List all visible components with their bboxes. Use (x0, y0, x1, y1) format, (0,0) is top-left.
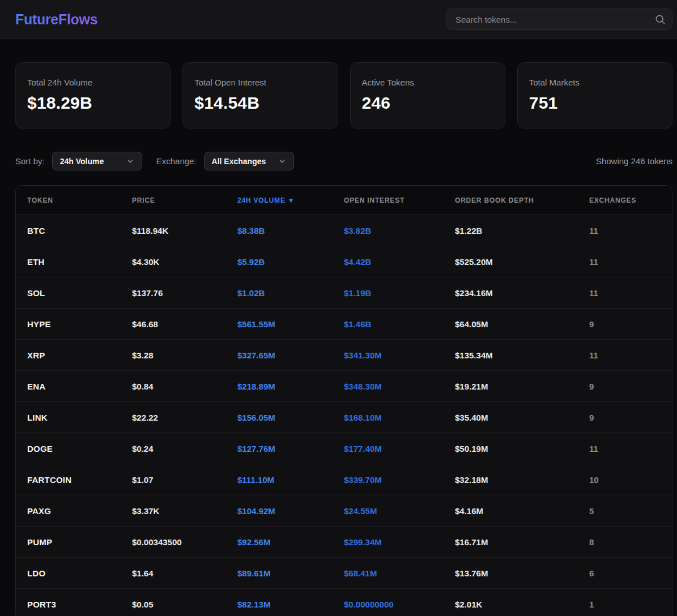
table-row-doge[interactable]: DOGE$0.24$127.76M$177.40M$50.19M11 (16, 433, 672, 464)
volume-cell: $327.65M (226, 350, 333, 360)
volume-cell: $111.10M (226, 475, 333, 485)
column-header-24h-volume[interactable]: 24H VOLUME ▼ (226, 196, 333, 204)
stat-card-total-markets: Total Markets 751 (517, 62, 672, 129)
volume-cell: $8.38B (226, 226, 333, 236)
exchanges-cell: 11 (578, 288, 672, 298)
stat-card-total-open-interest: Total Open Interest $14.54B (182, 62, 338, 129)
table-row-sol[interactable]: SOL$137.76$1.02B$1.19B$234.16M11 (16, 277, 672, 309)
table-row-paxg[interactable]: PAXG$3.37K$104.92M$24.55M$4.16M5 (16, 495, 672, 527)
oi-cell: $1.19B (333, 288, 444, 298)
sort-dropdown-value: 24h Volume (60, 157, 104, 166)
price-cell: $46.68 (121, 319, 226, 329)
table-row-pump[interactable]: PUMP$0.00343500$92.56M$299.34M$16.71M8 (16, 527, 672, 558)
filter-bar: Sort by: 24h Volume Exchange: All Exchan… (15, 152, 672, 170)
exchanges-cell: 9 (578, 319, 672, 329)
volume-cell: $1.02B (226, 288, 333, 298)
stats-row: Total 24h Volume $18.29B Total Open Inte… (15, 62, 672, 129)
exchanges-cell: 9 (578, 382, 672, 391)
exchange-dropdown-value: All Exchanges (212, 157, 266, 166)
stat-value: 751 (529, 93, 661, 113)
sort-by-label: Sort by: (15, 156, 45, 166)
price-cell: $1.64 (121, 568, 226, 578)
search-input[interactable] (446, 8, 672, 30)
exchanges-cell: 8 (578, 537, 672, 547)
column-header-open-interest[interactable]: OPEN INTEREST (333, 196, 444, 204)
oi-cell: $4.42B (333, 257, 444, 267)
oi-cell: $24.55M (333, 506, 444, 516)
volume-cell: $5.92B (226, 257, 333, 267)
table-header-row: TOKENPRICE24H VOLUME ▼OPEN INTERESTORDER… (16, 186, 672, 215)
column-header-order-book-depth[interactable]: ORDER BOOK DEPTH (444, 196, 578, 204)
table-row-port3[interactable]: PORT3$0.05$82.13M$0.00000000$2.01K1 (16, 589, 672, 616)
price-cell: $22.22 (121, 413, 226, 422)
exchanges-cell: 5 (578, 506, 672, 516)
volume-cell: $561.55M (226, 319, 333, 329)
exchanges-cell: 11 (578, 350, 672, 360)
table-row-xrp[interactable]: XRP$3.28$327.65M$341.30M$135.34M11 (16, 340, 672, 371)
exchanges-cell: 9 (578, 413, 672, 422)
stat-card-total-24h-volume: Total 24h Volume $18.29B (15, 62, 171, 129)
volume-cell: $156.05M (226, 413, 333, 422)
table-row-eth[interactable]: ETH$4.30K$5.92B$4.42B$525.20M11 (16, 246, 672, 277)
token-cell: LINK (16, 413, 121, 422)
price-cell: $3.28 (121, 350, 226, 360)
exchange-dropdown[interactable]: All Exchanges (204, 152, 295, 170)
price-cell: $0.05 (121, 600, 226, 609)
price-cell: $4.30K (121, 257, 226, 267)
stat-value: $14.54B (194, 93, 326, 113)
depth-cell: $2.01K (444, 600, 578, 609)
column-header-price[interactable]: PRICE (121, 196, 226, 204)
sort-dropdown[interactable]: 24h Volume (52, 152, 142, 170)
depth-cell: $4.16M (444, 506, 578, 516)
price-cell: $0.84 (121, 382, 226, 391)
column-header-token[interactable]: TOKEN (16, 196, 121, 204)
oi-cell: $3.82B (333, 226, 444, 236)
token-cell: ETH (16, 257, 121, 267)
depth-cell: $234.16M (444, 288, 578, 298)
depth-cell: $32.18M (444, 475, 578, 485)
table-row-ena[interactable]: ENA$0.84$218.89M$348.30M$19.21M9 (16, 371, 672, 402)
oi-cell: $299.34M (333, 537, 444, 547)
depth-cell: $135.34M (444, 350, 578, 360)
token-cell: PORT3 (16, 600, 121, 609)
depth-cell: $1.22B (444, 226, 578, 236)
volume-cell: $82.13M (226, 600, 333, 609)
stat-label: Total Open Interest (194, 78, 326, 87)
table-row-link[interactable]: LINK$22.22$156.05M$168.10M$35.40M9 (16, 402, 672, 433)
exchanges-cell: 11 (578, 226, 672, 236)
volume-cell: $127.76M (226, 444, 333, 454)
token-cell: DOGE (16, 444, 121, 454)
oi-cell: $177.40M (333, 444, 444, 454)
table-row-btc[interactable]: BTC$118.94K$8.38B$3.82B$1.22B11 (16, 215, 672, 246)
price-cell: $118.94K (121, 226, 226, 236)
depth-cell: $19.21M (444, 382, 578, 391)
tokens-table: TOKENPRICE24H VOLUME ▼OPEN INTERESTORDER… (15, 185, 672, 616)
depth-cell: $13.76M (444, 568, 578, 578)
stat-value: 246 (362, 93, 493, 113)
volume-cell: $104.92M (226, 506, 333, 516)
chevron-down-icon (126, 157, 134, 165)
oi-cell: $0.00000000 (333, 600, 444, 609)
stat-label: Active Tokens (362, 78, 493, 87)
showing-count: Showing 246 tokens (596, 156, 672, 166)
price-cell: $137.76 (121, 288, 226, 298)
token-cell: FARTCOIN (16, 475, 121, 485)
table-row-ldo[interactable]: LDO$1.64$89.61M$68.41M$13.76M6 (16, 558, 672, 589)
oi-cell: $348.30M (333, 382, 444, 391)
search-box (446, 8, 672, 30)
table-row-fartcoin[interactable]: FARTCOIN$1.07$111.10M$339.70M$32.18M10 (16, 464, 672, 495)
depth-cell: $35.40M (444, 413, 578, 422)
depth-cell: $525.20M (444, 257, 578, 267)
stat-label: Total Markets (529, 78, 661, 87)
table-row-hype[interactable]: HYPE$46.68$561.55M$1.46B$64.05M9 (16, 309, 672, 340)
token-cell: PUMP (16, 537, 121, 547)
token-cell: LDO (16, 568, 121, 578)
logo[interactable]: FutureFlows (15, 11, 97, 28)
oi-cell: $339.70M (333, 475, 444, 485)
exchanges-cell: 1 (578, 600, 672, 609)
exchange-label: Exchange: (156, 156, 197, 166)
price-cell: $0.24 (121, 444, 226, 454)
column-header-exchanges[interactable]: EXCHANGES (578, 196, 672, 204)
volume-cell: $92.56M (226, 537, 333, 547)
stat-value: $18.29B (27, 93, 159, 113)
